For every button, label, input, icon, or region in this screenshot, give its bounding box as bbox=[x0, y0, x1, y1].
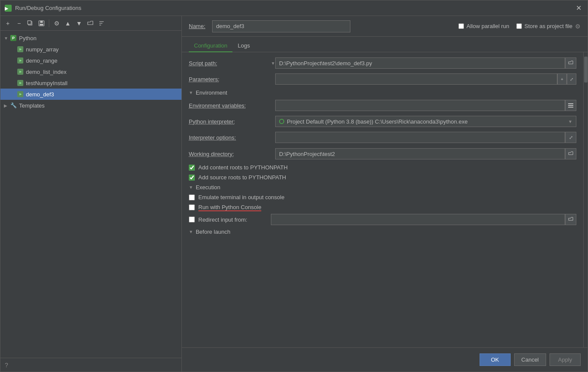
environment-section-label: Environment bbox=[196, 89, 227, 96]
templates-expand-arrow: ▶ bbox=[4, 103, 10, 108]
script-path-browse-button[interactable] bbox=[565, 57, 576, 69]
move-down-button[interactable]: ▼ bbox=[74, 19, 84, 28]
scroll-thumb[interactable] bbox=[584, 57, 588, 83]
emulate-terminal-row: Emulate terminal in output console bbox=[189, 194, 576, 200]
tree-item-numpy_array[interactable]: numpy_array bbox=[0, 44, 181, 55]
save-config-button[interactable] bbox=[37, 19, 46, 28]
parameters-input[interactable] bbox=[275, 73, 557, 85]
tree-item-label: demo_list_index bbox=[26, 69, 67, 75]
tree-item-demo_range[interactable]: demo_range bbox=[0, 55, 181, 66]
tree-item-testNumpyInstall[interactable]: testNumpyInstall bbox=[0, 77, 181, 89]
left-panel: + − ⚙ ▲ ▼ bbox=[0, 16, 182, 372]
working-dir-field-wrapper bbox=[275, 148, 576, 159]
apply-button[interactable]: Apply bbox=[550, 353, 581, 366]
before-launch-label: Before launch bbox=[196, 229, 230, 235]
execution-section-header[interactable]: ▼ Execution bbox=[189, 184, 576, 191]
working-dir-browse-button[interactable] bbox=[565, 148, 576, 159]
run-python-console-label[interactable]: Run with Python Console bbox=[198, 204, 261, 210]
add-source-roots-label[interactable]: Add source roots to PYTHONPATH bbox=[198, 174, 286, 181]
run-config-icon bbox=[17, 46, 24, 53]
add-source-roots-row: Add source roots to PYTHONPATH bbox=[189, 174, 576, 181]
app-icon: ▶ bbox=[5, 5, 12, 12]
environment-section-header[interactable]: ▼ Environment bbox=[189, 89, 576, 96]
svg-rect-10 bbox=[568, 107, 573, 108]
interpreter-select[interactable]: Project Default (Python 3.8 (base)) C:\U… bbox=[275, 116, 576, 127]
environment-collapse-arrow: ▼ bbox=[189, 90, 193, 95]
tree-item-label: numpy_array bbox=[26, 46, 59, 53]
main-content: + − ⚙ ▲ ▼ bbox=[0, 16, 588, 372]
sort-button[interactable] bbox=[97, 19, 106, 28]
store-project-label: Store as project file bbox=[524, 23, 572, 29]
emulate-terminal-label[interactable]: Emulate terminal in output console bbox=[198, 194, 284, 200]
name-input[interactable] bbox=[212, 20, 350, 32]
tab-logs[interactable]: Logs bbox=[232, 40, 255, 52]
help-icon[interactable]: ? bbox=[5, 362, 8, 369]
add-content-roots-label[interactable]: Add content roots to PYTHONPATH bbox=[198, 164, 288, 171]
store-project-checkbox[interactable] bbox=[516, 23, 522, 29]
store-project-gear-icon[interactable]: ⚙ bbox=[575, 23, 581, 30]
move-up-button[interactable]: ▲ bbox=[63, 19, 73, 28]
env-variables-row: Environment variables: bbox=[189, 99, 576, 111]
params-buttons: + ⤢ bbox=[557, 73, 576, 85]
right-panel: Name: Allow parallel run Store as projec… bbox=[182, 16, 588, 372]
templates-group-item[interactable]: ▶ 🔧 Templates bbox=[0, 100, 181, 111]
add-source-roots-checkbox[interactable] bbox=[189, 175, 195, 181]
cancel-button[interactable]: Cancel bbox=[514, 353, 546, 366]
script-dropdown-arrow[interactable]: ▼ bbox=[271, 61, 275, 66]
add-content-roots-checkbox[interactable] bbox=[189, 165, 195, 171]
env-variables-edit-button[interactable] bbox=[565, 100, 576, 111]
allow-parallel-area: Allow parallel run bbox=[458, 23, 509, 29]
redirect-input-checkbox[interactable] bbox=[189, 216, 195, 223]
working-dir-input[interactable] bbox=[275, 148, 565, 159]
folder-button[interactable] bbox=[86, 19, 95, 28]
env-variables-input[interactable] bbox=[275, 100, 565, 111]
interpreter-options-input[interactable] bbox=[275, 132, 565, 143]
redirect-input-field[interactable] bbox=[271, 214, 565, 225]
svg-rect-1 bbox=[28, 21, 31, 24]
redirect-input-browse-button[interactable] bbox=[565, 214, 576, 225]
tree-item-label: demo_range bbox=[26, 57, 57, 64]
params-expand-button[interactable]: ⤢ bbox=[567, 73, 576, 85]
before-launch-header[interactable]: ▼ Before launch bbox=[189, 229, 576, 235]
allow-parallel-checkbox[interactable] bbox=[458, 23, 464, 29]
interpreter-options-expand-button[interactable]: ⤢ bbox=[565, 132, 576, 143]
svg-rect-3 bbox=[40, 21, 43, 23]
store-project-area: Store as project file ⚙ bbox=[516, 23, 581, 30]
add-config-button[interactable]: + bbox=[3, 19, 13, 28]
tab-configuration[interactable]: Configuration bbox=[189, 40, 232, 52]
script-path-dropdown[interactable]: Script path: ▼ bbox=[189, 60, 275, 67]
close-button[interactable]: ✕ bbox=[574, 4, 583, 12]
bottom-bar: OK Cancel Apply bbox=[182, 347, 588, 372]
remove-config-button[interactable]: − bbox=[14, 19, 24, 28]
run-python-console-checkbox[interactable] bbox=[189, 204, 195, 210]
ok-button[interactable]: OK bbox=[480, 353, 511, 366]
redirect-input-field-wrapper bbox=[271, 214, 576, 225]
parameters-label: Parameters: bbox=[189, 76, 275, 83]
allow-parallel-label: Allow parallel run bbox=[467, 23, 509, 29]
script-path-row: Script path: ▼ bbox=[189, 57, 576, 69]
right-scrollbar[interactable] bbox=[583, 52, 588, 347]
settings-config-button[interactable]: ⚙ bbox=[52, 19, 61, 28]
tree-item-demo_list_index[interactable]: demo_list_index bbox=[0, 66, 181, 77]
emulate-terminal-checkbox[interactable] bbox=[189, 194, 195, 200]
svg-rect-4 bbox=[40, 24, 43, 25]
run-python-console-text: Run with Python Console bbox=[198, 204, 261, 210]
tree-item-label: testNumpyInstall bbox=[26, 80, 67, 86]
interpreter-dropdown-arrow: ▼ bbox=[568, 119, 572, 124]
params-add-button[interactable]: + bbox=[557, 73, 567, 85]
interpreter-label: Python interpreter: bbox=[189, 118, 275, 125]
tree-item-demo_def3[interactable]: demo_def3 bbox=[0, 89, 181, 100]
templates-label: Templates bbox=[19, 102, 44, 109]
python-group-item[interactable]: ▼ P Python bbox=[0, 32, 181, 44]
redirect-input-row: Redirect input from: bbox=[189, 214, 576, 225]
interpreter-row: Python interpreter: Project Default (Pyt… bbox=[189, 116, 576, 127]
run-config-icon bbox=[17, 68, 24, 75]
interpreter-options-field-wrapper: ⤢ bbox=[275, 132, 576, 143]
dialog-title: Run/Debug Configurations bbox=[15, 5, 574, 11]
copy-config-button[interactable] bbox=[25, 19, 35, 28]
toolbar-separator bbox=[49, 19, 49, 27]
script-path-input[interactable] bbox=[275, 57, 565, 69]
script-path-label: Script path: bbox=[189, 60, 271, 67]
working-dir-label: Working directory: bbox=[189, 151, 275, 157]
python-group-label: Python bbox=[19, 35, 36, 41]
